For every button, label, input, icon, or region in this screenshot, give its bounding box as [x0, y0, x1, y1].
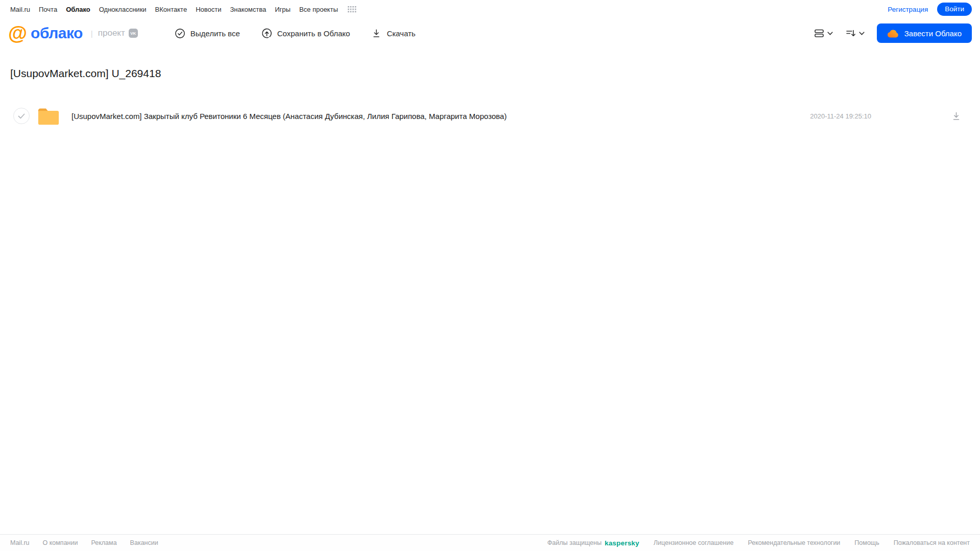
- topnav-item-oblako[interactable]: Облако: [66, 6, 90, 13]
- vk-logo-icon: VK: [129, 29, 138, 38]
- register-link[interactable]: Регистрация: [888, 6, 928, 13]
- footer-link-recommendations[interactable]: Рекомендательные технологии: [748, 539, 840, 546]
- list-view-icon: [814, 28, 825, 38]
- vk-project-tag: | проект VK: [91, 28, 138, 38]
- cloud-logo[interactable]: @ облако: [8, 23, 83, 43]
- logo-wordmark: облако: [31, 25, 83, 42]
- footer-link-company[interactable]: О компании: [43, 539, 78, 546]
- topnav-item-pochta[interactable]: Почта: [39, 6, 57, 13]
- portal-topnav: Mail.ru Почта Облако Одноклассники ВКонт…: [0, 0, 980, 18]
- kaspersky-protection: Файлы защищены kaspersky: [547, 539, 639, 547]
- file-date: 2020-11-24 19:25:10: [810, 112, 871, 120]
- footer-link-mailru[interactable]: Mail.ru: [10, 539, 30, 546]
- all-projects-grid-icon[interactable]: [348, 6, 356, 13]
- row-checkbox[interactable]: [13, 108, 30, 124]
- login-button[interactable]: Войти: [937, 3, 972, 16]
- get-cloud-button[interactable]: Завести Облако: [877, 23, 972, 43]
- footer-link-license[interactable]: Лицензионное соглашение: [654, 539, 734, 546]
- footer-left-links: Mail.ru О компании Реклама Вакансии: [10, 539, 158, 546]
- save-to-cloud-button[interactable]: Сохранить в Облако: [261, 28, 350, 39]
- footer-right-links: Файлы защищены kaspersky Лицензионное со…: [547, 539, 970, 547]
- chevron-down-icon: [859, 32, 865, 35]
- select-all-button[interactable]: Выделить все: [175, 28, 240, 39]
- logo-separator: |: [91, 29, 93, 38]
- sort-selector[interactable]: [845, 28, 865, 38]
- sort-icon: [845, 28, 856, 38]
- topnav-item-vse-proekty[interactable]: Все проекты: [299, 6, 338, 13]
- topnav-auth: Регистрация Войти: [888, 3, 972, 16]
- file-name-link[interactable]: [UsupovMarket.com] Закрытый клуб Ревитон…: [71, 112, 810, 121]
- download-icon: [371, 28, 381, 38]
- footer-link-jobs[interactable]: Вакансии: [130, 539, 158, 546]
- download-icon: [951, 111, 961, 121]
- topnav-item-vkontakte[interactable]: ВКонтакте: [155, 6, 187, 13]
- kaspersky-logo[interactable]: kaspersky: [605, 539, 639, 547]
- cloud-header: @ облако | проект VK Выделить все Сохран…: [0, 18, 980, 48]
- cloud-icon: [887, 29, 899, 38]
- select-all-label: Выделить все: [190, 29, 240, 38]
- chevron-down-icon: [827, 32, 833, 35]
- topnav-item-znakomstva[interactable]: Знакомства: [230, 6, 266, 13]
- project-label: проект: [98, 28, 125, 38]
- page-footer: Mail.ru О компании Реклама Вакансии Файл…: [0, 534, 980, 551]
- get-cloud-label: Завести Облако: [904, 29, 962, 38]
- header-right-controls: Завести Облако: [814, 23, 972, 43]
- download-button[interactable]: Скачать: [371, 28, 415, 38]
- topnav-item-igry[interactable]: Игры: [275, 6, 291, 13]
- footer-link-ads[interactable]: Реклама: [91, 539, 116, 546]
- view-mode-selector[interactable]: [814, 28, 833, 38]
- save-to-cloud-label: Сохранить в Облако: [277, 29, 350, 38]
- page-title: [UsupovMarket.com] U_269418: [10, 67, 980, 80]
- topnav-item-odnoklassniki[interactable]: Одноклассники: [99, 6, 147, 13]
- topnav-item-mailru[interactable]: Mail.ru: [10, 6, 30, 13]
- file-row[interactable]: [UsupovMarket.com] Закрытый клуб Ревитон…: [0, 103, 980, 129]
- mailru-at-icon: @: [8, 23, 27, 43]
- download-label: Скачать: [387, 29, 415, 38]
- check-circle-icon: [175, 28, 185, 39]
- folder-icon: [37, 106, 60, 126]
- portal-links: Mail.ru Почта Облако Одноклассники ВКонт…: [10, 6, 356, 13]
- check-icon: [18, 113, 25, 119]
- cloud-upload-icon: [261, 28, 272, 39]
- footer-link-report[interactable]: Пожаловаться на контент: [894, 539, 970, 546]
- protected-by-label: Файлы защищены: [547, 539, 602, 546]
- row-download-button[interactable]: [951, 111, 961, 121]
- footer-link-help[interactable]: Помощь: [854, 539, 879, 546]
- file-actions-toolbar: Выделить все Сохранить в Облако Скачать: [175, 28, 416, 39]
- topnav-item-novosti[interactable]: Новости: [196, 6, 221, 13]
